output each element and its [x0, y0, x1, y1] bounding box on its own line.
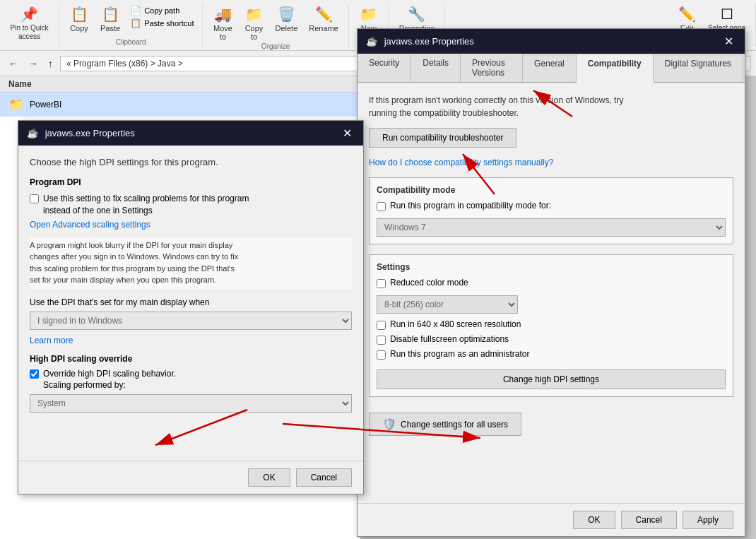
override-checkbox[interactable] [30, 369, 39, 379]
clipboard-group-label: Clipboard [116, 38, 146, 46]
right-properties-dialog: ☕ javaws.exe Properties ✕ Security Detai… [357, 28, 745, 537]
left-dialog-title-area: ☕ javaws.exe Properties [27, 128, 135, 138]
tab-digital-signatures[interactable]: Digital Signatures [654, 54, 743, 82]
up-button[interactable]: ↑ [45, 57, 56, 71]
run-640-checkbox[interactable] [377, 321, 386, 330]
delete-button[interactable]: 🗑️ Delete [271, 4, 302, 34]
right-ok-button[interactable]: OK [573, 511, 615, 529]
ribbon-group-pin: 📌 Pin to Quick access [0, 3, 59, 47]
copy-button[interactable]: 📋 Copy [65, 4, 93, 34]
left-dialog-content: Choose the high DPI settings for this pr… [18, 146, 363, 430]
tab-previous-versions[interactable]: Previous Versions [461, 54, 523, 82]
copy-to-button[interactable]: 📁 Copyto [240, 4, 268, 42]
run-admin-row: Run this program as an administrator [377, 349, 726, 360]
left-cancel-button[interactable]: Cancel [296, 468, 352, 487]
right-cancel-button[interactable]: Cancel [621, 511, 677, 529]
move-label: Moveto [213, 24, 232, 41]
program-dpi-label: Program DPI [30, 177, 352, 187]
name-column-header: Name [8, 79, 32, 89]
right-dialog-footer: OK Cancel Apply [358, 503, 745, 536]
compat-mode-dropdown[interactable]: Windows 7 [377, 218, 726, 237]
right-dialog-tabs: Security Details Previous Versions Gener… [358, 54, 745, 83]
learn-more-link[interactable]: Learn more [30, 336, 352, 345]
copy-label: Copy [70, 24, 88, 32]
compat-description: If this program isn't working correctly … [369, 94, 733, 119]
paste-label: Paste [100, 24, 120, 32]
run-640-label: Run in 640 x 480 screen resolution [390, 319, 521, 329]
forward-button[interactable]: → [25, 57, 41, 71]
new-icon: 📁 [360, 6, 377, 23]
right-dialog-content: If this program isn't working correctly … [358, 83, 745, 478]
rename-button[interactable]: ✏️ Rename [305, 4, 343, 34]
pin-quick-access-button[interactable]: 📌 Pin to Quick access [6, 4, 53, 42]
rename-label: Rename [309, 24, 338, 32]
override-check-label: Override high DPI scaling behavior. Scal… [43, 368, 176, 392]
file-item-name: PowerBI [30, 100, 61, 109]
java-icon: ☕ [366, 36, 377, 47]
signed-in-dropdown[interactable]: I signed in to Windows [30, 312, 352, 330]
organize-group-label: Organize [261, 42, 290, 50]
compat-mode-check-label: Run this program in compatibility mode f… [390, 201, 551, 211]
copy-to-icon: 📁 [245, 6, 263, 23]
high-dpi-override-label: High DPI scaling override [30, 354, 352, 364]
dpi-check-label: Use this setting to fix scaling problems… [43, 193, 249, 217]
ribbon-group-organize: 🚚 Moveto 📁 Copyto 🗑️ Delete ✏️ Rename Or… [203, 3, 348, 47]
pin-icon: 📌 [20, 6, 38, 23]
paste-shortcut-button[interactable]: 📋 Paste shortcut [127, 17, 196, 29]
reduced-color-label: Reduced color mode [390, 278, 468, 288]
change-high-dpi-button[interactable]: Change high DPI settings [377, 369, 726, 389]
change-settings-button[interactable]: 🛡️ Change settings for all users [369, 413, 521, 436]
reduced-color-checkbox[interactable] [377, 279, 386, 288]
right-apply-button[interactable]: Apply [683, 511, 733, 529]
paste-button[interactable]: 📋 Paste [96, 4, 124, 34]
delete-icon: 🗑️ [278, 6, 295, 23]
left-dialog-heading: Choose the high DPI settings for this pr… [30, 157, 352, 167]
left-dialog-close-button[interactable]: ✕ [340, 126, 355, 140]
properties-icon: 🔧 [408, 6, 425, 23]
dpi-checkbox[interactable] [30, 194, 39, 203]
compat-manual-link[interactable]: How do I choose compatibility settings m… [369, 158, 733, 167]
compat-mode-checkbox[interactable] [377, 202, 386, 211]
paste-shortcut-label: Paste shortcut [144, 19, 194, 28]
right-dialog-close-button[interactable]: ✕ [721, 35, 736, 48]
copy-to-label: Copyto [245, 24, 264, 41]
right-dialog-titlebar: ☕ javaws.exe Properties ✕ [358, 29, 745, 54]
compat-mode-checkbox-row: Run this program in compatibility mode f… [377, 201, 726, 211]
left-dialog-title: javaws.exe Properties [45, 128, 135, 138]
tab-general[interactable]: General [523, 54, 577, 82]
tab-security[interactable]: Security [358, 54, 411, 82]
advanced-scaling-link[interactable]: Open Advanced scaling settings [30, 220, 352, 230]
disable-fullscreen-label: Disable fullscreen optimizations [390, 334, 509, 344]
disable-fullscreen-row: Disable fullscreen optimizations [377, 334, 726, 345]
run-troubleshooter-button[interactable]: Run compatibility troubleshooter [369, 128, 516, 148]
move-icon: 🚚 [214, 6, 232, 23]
run-admin-checkbox[interactable] [377, 350, 386, 360]
copy-path-button[interactable]: 📄 Copy path [127, 4, 196, 16]
override-checkbox-row: Override high DPI scaling behavior. Scal… [30, 368, 352, 392]
dpi-checkbox-row: Use this setting to fix scaling problems… [30, 193, 352, 217]
left-dialog-titlebar: ☕ javaws.exe Properties ✕ [18, 121, 363, 146]
back-button[interactable]: ← [6, 57, 21, 71]
copy-path-icon: 📄 [130, 5, 141, 16]
settings-section: Settings Reduced color mode 8-bit (256) … [369, 254, 733, 397]
compat-mode-section: Compatibility mode Run this program in c… [369, 177, 733, 244]
tab-compatibility[interactable]: Compatibility [577, 54, 654, 83]
move-to-button[interactable]: 🚚 Moveto [208, 4, 237, 42]
copy-path-label: Copy path [144, 6, 179, 15]
dpi-info-text: A program might look blurry if the DPI f… [30, 237, 352, 289]
left-ok-button[interactable]: OK [248, 468, 290, 487]
use-dpi-label: Use the DPI that's set for my main displ… [30, 297, 352, 307]
run-640-row: Run in 640 x 480 screen resolution [377, 319, 726, 330]
disable-fullscreen-checkbox[interactable] [377, 336, 386, 345]
list-item[interactable]: 📁 PowerBI [0, 93, 360, 117]
change-settings-label: Change settings for all users [401, 420, 508, 430]
file-list-header: Name [0, 76, 360, 93]
compat-mode-title: Compatibility mode [377, 185, 726, 195]
change-settings-container: 🛡️ Change settings for all users [369, 407, 733, 436]
rename-icon: ✏️ [315, 6, 333, 23]
tab-details[interactable]: Details [411, 54, 461, 82]
left-properties-dialog: ☕ javaws.exe Properties ✕ Choose the hig… [18, 120, 364, 494]
color-dropdown[interactable]: 8-bit (256) color [377, 295, 518, 314]
reduced-color-row: Reduced color mode [377, 278, 726, 288]
scaling-dropdown[interactable]: System [30, 394, 352, 413]
